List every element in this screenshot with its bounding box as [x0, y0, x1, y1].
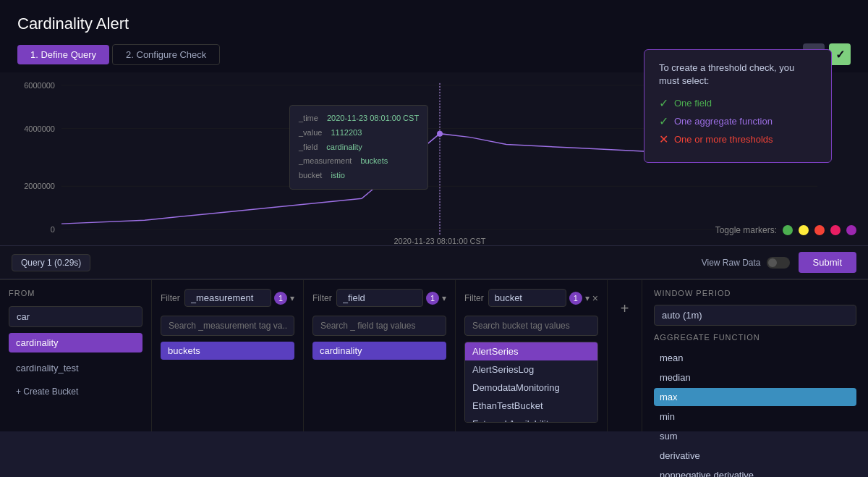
filter-field-badge: 1 — [426, 292, 439, 305]
tooltip-field-text: One field — [674, 98, 712, 109]
bucket-label: bucket — [299, 169, 322, 183]
check-icon-field: ✓ — [659, 96, 668, 110]
bucket-option-alertserieslog[interactable]: AlertSeriesLog — [465, 360, 597, 379]
from-section: FROM cardinality cardinality_test + Crea… — [0, 280, 152, 431]
filter-field-section: Filter _field 1 cardinality — [304, 280, 456, 431]
create-bucket-link[interactable]: + Create Bucket — [9, 384, 142, 400]
svg-text:4000000: 4000000 — [24, 124, 55, 133]
window-period-input[interactable] — [654, 305, 856, 326]
app-title: Cardinality Alert — [17, 14, 851, 33]
field-label: _field — [299, 140, 318, 155]
marker-pink[interactable] — [830, 225, 841, 235]
tooltip-item-field: ✓ One field — [659, 96, 817, 110]
tooltip-item-thresholds: ✕ One or more thresholds — [659, 132, 817, 146]
tab-configure-check[interactable]: 2. Configure Check — [112, 44, 220, 65]
agg-min[interactable]: min — [654, 408, 856, 426]
filter-measurement-label-text: Filter — [161, 293, 180, 303]
filter-field-label-text: Filter — [312, 293, 332, 303]
filter-bucket-header: Filter bucket 1 × — [464, 289, 598, 307]
tooltip-thresholds-text: One or more thresholds — [674, 134, 773, 145]
from-search-input[interactable] — [9, 306, 142, 327]
check-button[interactable]: ✓ — [829, 43, 851, 65]
filter-bucket-search[interactable] — [464, 316, 598, 336]
svg-text:2020-11-23 08:01:00 CST: 2020-11-23 08:01:00 CST — [393, 237, 485, 245]
agg-sum[interactable]: sum — [654, 427, 856, 445]
filter-measurement-search[interactable] — [161, 316, 294, 336]
filter-field-chevron — [442, 293, 446, 303]
chart-data-tooltip: _time 2020-11-23 08:01:00 CST _value 111… — [289, 105, 428, 190]
view-raw-label: View Raw Data — [702, 258, 761, 268]
bucket-option-demodatamonitoring[interactable]: DemodataMonitoring — [465, 379, 597, 397]
measurement-value: buckets — [360, 154, 388, 169]
tooltip-aggregate-text: One aggregate function — [674, 116, 773, 127]
agg-median[interactable]: median — [654, 368, 856, 387]
filter-bucket-badge: 1 — [569, 292, 582, 305]
toggle-markers-bar: Toggle markers: — [715, 225, 856, 235]
filter-measurement-badge: 1 — [274, 292, 287, 305]
tooltip-row-value: _value 1112203 — [299, 126, 419, 140]
check-icon-aggregate: ✓ — [659, 114, 668, 128]
query-builder: FROM cardinality cardinality_test + Crea… — [0, 279, 868, 431]
tooltip-title: To create a threshold check, you must se… — [659, 62, 817, 88]
filter-measurement-select[interactable]: _measurement — [184, 289, 271, 307]
value-value: 1112203 — [331, 126, 362, 140]
filter-measurement-header: Filter _measurement 1 — [161, 289, 294, 307]
bucket-option-alertseries[interactable]: AlertSeries — [465, 342, 597, 360]
tab-define-query[interactable]: 1. Define Query — [17, 45, 109, 64]
time-value: 2020-11-23 08:01:00 CST — [327, 111, 419, 126]
submit-button[interactable]: Submit — [799, 252, 856, 273]
filter-field-search[interactable] — [312, 316, 446, 336]
query-tag: Query 1 (0.29s) — [12, 254, 90, 271]
filter-field-value[interactable]: cardinality — [312, 342, 446, 360]
bucket-cardinality[interactable]: cardinality — [9, 333, 142, 353]
tooltip-row-measurement: _measurement buckets — [299, 154, 419, 169]
measurement-label: _measurement — [299, 154, 352, 169]
add-filter-button[interactable]: + — [608, 280, 642, 431]
tooltip-row-field: _field cardinality — [299, 140, 419, 155]
filter-bucket-close[interactable]: × — [592, 292, 598, 304]
tooltip-row-time: _time 2020-11-23 08:01:00 CST — [299, 111, 419, 126]
view-raw-toggle[interactable] — [767, 257, 790, 269]
agg-max[interactable]: max — [654, 388, 856, 406]
cross-icon-thresholds: ✕ — [659, 132, 668, 146]
from-label: FROM — [9, 289, 142, 297]
marker-yellow[interactable] — [799, 225, 809, 235]
bucket-cardinality-test[interactable]: cardinality_test — [9, 358, 142, 378]
filter-field-select[interactable]: _field — [336, 289, 423, 307]
time-label: _time — [299, 111, 318, 126]
window-period-label: WINDOW PERIOD — [654, 289, 856, 297]
agg-derivative[interactable]: derivative — [654, 447, 856, 465]
bucket-value: istio — [331, 169, 345, 183]
filter-bucket-label-text: Filter — [464, 293, 484, 303]
svg-text:2000000: 2000000 — [24, 182, 55, 190]
filter-bucket-dropdown: AlertSeries AlertSeriesLog DemodataMonit… — [464, 342, 598, 423]
filter-measurement-value[interactable]: buckets — [161, 342, 294, 360]
filter-measurement-section: Filter _measurement 1 buckets — [152, 280, 304, 431]
aggregate-label: AGGREGATE FUNCTION — [654, 333, 856, 342]
svg-point-9 — [437, 131, 443, 137]
agg-nonnegative-derivative[interactable]: nonnegative derivative — [654, 466, 856, 477]
toggle-markers-label: Toggle markers: — [715, 225, 777, 235]
tooltip-row-bucket: bucket istio — [299, 169, 419, 183]
aggregate-list: mean median max min sum derivative nonne… — [654, 349, 856, 477]
filter-bucket-section: Filter bucket 1 × AlertSeries AlertSerie… — [456, 280, 608, 431]
query-bar: Query 1 (0.29s) View Raw Data Submit — [0, 246, 868, 279]
tooltip-item-aggregate: ✓ One aggregate function — [659, 114, 817, 128]
marker-green[interactable] — [783, 225, 793, 235]
value-label: _value — [299, 126, 322, 140]
bucket-option-ethantestbucket[interactable]: EthanTestBucket — [465, 397, 597, 415]
svg-text:6000000: 6000000 — [24, 81, 55, 90]
requirements-tooltip: To create a threshold check, you must se… — [644, 49, 832, 163]
filter-measurement-chevron — [290, 293, 294, 303]
field-value: cardinality — [326, 140, 362, 155]
agg-mean[interactable]: mean — [654, 349, 856, 367]
filter-field-header: Filter _field 1 — [312, 289, 446, 307]
right-panel: WINDOW PERIOD AGGREGATE FUNCTION mean me… — [642, 280, 868, 431]
marker-purple[interactable] — [846, 225, 856, 235]
view-raw-section: View Raw Data — [702, 257, 790, 269]
filter-bucket-chevron — [585, 293, 590, 303]
marker-red[interactable] — [814, 225, 825, 235]
bucket-option-external-availability[interactable]: External Availability — [465, 415, 597, 423]
svg-text:0: 0 — [51, 225, 55, 234]
filter-bucket-select[interactable]: bucket — [488, 289, 566, 307]
